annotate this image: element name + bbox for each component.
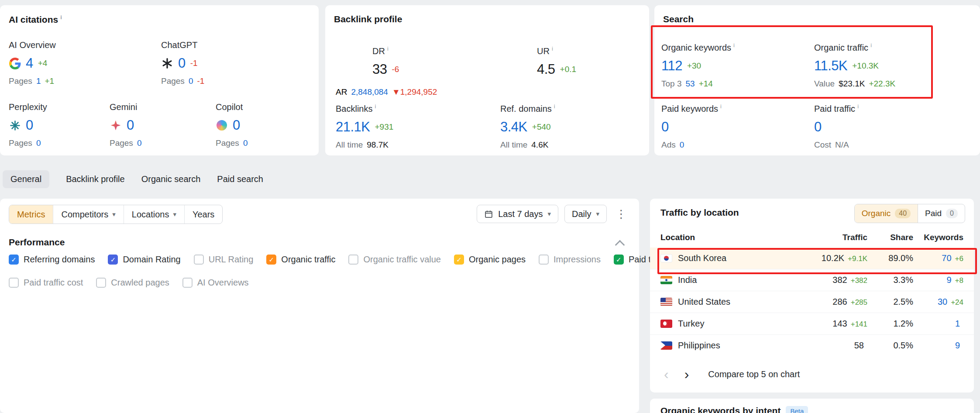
ai-overview-count[interactable]: 4 [26,55,33,71]
backlinks-label: Backlinksi [336,103,393,114]
ref-domains-block: Ref. domainsi 3.4K +540 All time 4.6K [500,103,555,150]
ai-entry-label: Copilot [216,102,248,112]
cost-label: Cost [814,140,831,150]
gemini-count[interactable]: 0 [127,117,134,133]
toggle-paid[interactable]: Paid 0 [918,204,965,223]
dr-donut [336,45,364,74]
ads-value[interactable]: 0 [680,140,684,150]
check-icon: ✓ [616,256,622,263]
organic-keywords-label: Organic keywordsi [661,42,735,53]
organic-traffic-value[interactable]: 11.5K [814,58,847,74]
checkbox-crawled-pages[interactable]: ✓Crawled pages [96,278,169,288]
location-row-united-states[interactable]: United States 286+285 2.5% 30+24 [650,291,974,313]
backlinks-value[interactable]: 21.1K [336,119,370,135]
ai-citations-card: AI citationsi AI Overview 4 +4 Pages 1 +… [0,5,319,155]
chevron-down-icon: ▾ [112,210,116,218]
info-icon[interactable]: i [870,42,872,48]
country-flag-icon [660,298,672,306]
location-row-south-korea[interactable]: South Korea 10.2K+9.1K 89.0% 70+6 [650,248,974,269]
checkbox-referring-domains[interactable]: ✓Referring domains [9,255,95,265]
country-flag-icon [660,254,672,262]
location-row-philippines[interactable]: Philippines 58 0.5% 9 [650,334,974,356]
competitors-dropdown[interactable]: Competitors▾ [53,205,123,224]
paid-traffic-value[interactable]: 0 [814,119,822,135]
checkbox-organic-traffic[interactable]: ✓Organic traffic [266,255,335,265]
gemini-icon [110,119,122,131]
chatgpt-count[interactable]: 0 [178,55,186,71]
country-flag-icon [660,320,672,328]
next-page-icon[interactable]: › [681,367,693,381]
tab-general[interactable]: General [3,170,49,188]
prev-page-icon[interactable]: ‹ [660,367,672,381]
info-icon[interactable]: i [60,14,62,21]
tab-organic-search[interactable]: Organic search [141,174,201,184]
info-icon[interactable]: i [375,103,376,110]
section-tabs: General Backlink profile Organic search … [3,170,263,188]
collapse-icon[interactable] [615,240,625,250]
organic-paid-toggle: Organic 40 Paid 0 [854,204,965,223]
pages-count[interactable]: 0 [189,76,193,86]
paid-keywords-label: Paid keywordsi [661,103,722,114]
info-icon[interactable]: i [857,103,859,110]
checkbox-label: Organic traffic value [363,255,441,265]
alltime-value: 4.6K [531,140,548,150]
perplexity-count[interactable]: 0 [26,117,33,133]
chart-controls: Last 7 days ▾ Daily ▾ ⋮ [477,205,629,223]
locations-dropdown[interactable]: Locations▾ [124,205,184,224]
check-icon: ✓ [110,256,116,263]
checkbox-label: URL Rating [209,255,254,265]
ur-donut [500,45,529,74]
ar-value[interactable]: 2,848,084 [351,87,388,97]
check-icon: ✓ [11,256,17,263]
chevron-down-icon: ▾ [547,210,551,218]
paid-keywords-value[interactable]: 0 [661,119,669,135]
date-range-button[interactable]: Last 7 days ▾ [477,205,558,223]
location-row-india[interactable]: India 382+382 3.3% 9+8 [650,269,974,291]
checkbox-url-rating[interactable]: ✓URL Rating [194,255,254,265]
performance-chart[interactable] [0,297,639,413]
dr-block: DRi 33 -6 [336,45,399,78]
metrics-button[interactable]: Metrics [9,205,53,224]
tab-backlink-profile[interactable]: Backlink profile [66,174,125,184]
checkbox-impressions[interactable]: ✓Impressions [539,255,601,265]
toggle-organic[interactable]: Organic 40 [855,204,918,223]
info-icon[interactable]: i [720,103,722,110]
location-row-turkey[interactable]: Turkey 143+141 1.2% 1 [650,313,974,334]
granularity-button[interactable]: Daily ▾ [564,205,607,223]
value-label: Value [814,79,835,89]
checkbox-paid-traffic-cost[interactable]: ✓Paid traffic cost [9,278,83,288]
dr-delta: -6 [392,65,399,74]
organic-traffic-label: Organic traffici [814,42,895,53]
checkbox-ai-overviews[interactable]: ✓AI Overviews [182,278,249,288]
header-location: Location [660,233,795,242]
pages-count[interactable]: 0 [243,138,248,148]
alltime-label: All time [500,140,527,150]
pages-count[interactable]: 1 [36,76,41,86]
pages-count[interactable]: 0 [137,138,142,148]
value-delta: +22.3K [869,79,895,89]
compare-top5-link[interactable]: Compare top 5 on chart [708,369,800,379]
search-title: Search [663,14,694,24]
ai-entry-gemini: Gemini 0 Pages 0 [110,102,141,148]
checkbox-box: ✓ [9,255,19,265]
info-icon[interactable]: i [387,45,389,52]
info-icon[interactable]: i [554,103,555,110]
checkbox-organic-pages[interactable]: ✓Organic pages [454,255,526,265]
tab-paid-search[interactable]: Paid search [217,174,263,184]
pages-count[interactable]: 0 [36,138,41,148]
chatgpt-delta: -1 [190,59,198,68]
metric-checkbox-row-1: ✓Referring domains ✓Domain Rating ✓URL R… [9,255,670,265]
kebab-menu-icon[interactable]: ⋮ [613,207,629,221]
top3-label: Top 3 [661,79,681,89]
checkbox-domain-rating[interactable]: ✓Domain Rating [108,255,180,265]
checkbox-organic-traffic-value[interactable]: ✓Organic traffic value [348,255,441,265]
backlinks-block: Backlinksi 21.1K +931 All time 98.7K [336,103,393,150]
copilot-count[interactable]: 0 [233,117,240,133]
info-icon[interactable]: i [733,42,735,48]
ref-domains-value[interactable]: 3.4K [500,119,527,135]
chevron-down-icon: ▾ [596,210,599,218]
top3-value[interactable]: 53 [685,79,695,89]
years-button[interactable]: Years [184,205,222,224]
organic-keywords-value[interactable]: 112 [661,58,682,74]
info-icon[interactable]: i [552,45,553,52]
